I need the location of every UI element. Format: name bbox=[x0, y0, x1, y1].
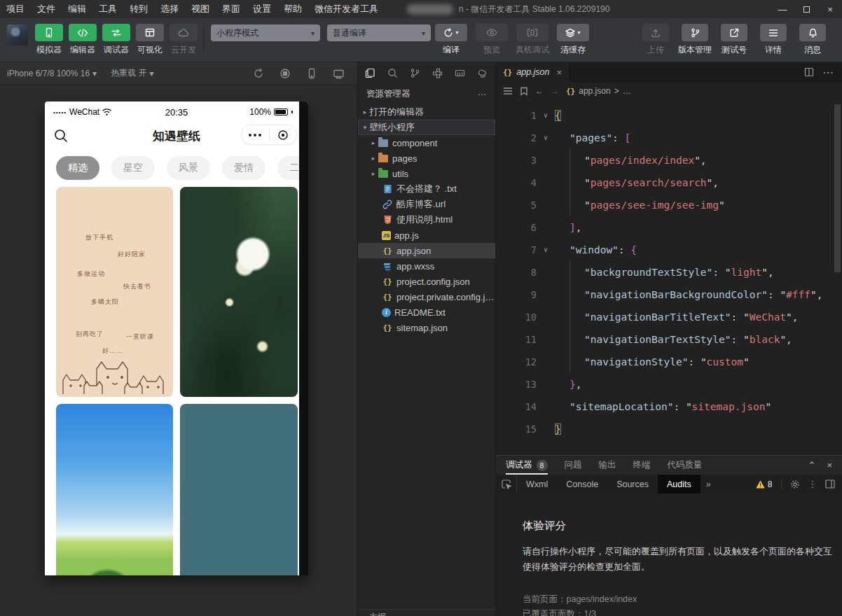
devtools-tab-Audits[interactable]: Audits bbox=[658, 475, 700, 493]
devtools-tab-Wxml[interactable]: Wxml bbox=[517, 475, 557, 493]
menu-item-2[interactable]: 文件 bbox=[31, 0, 62, 18]
inspect-element-icon[interactable] bbox=[496, 475, 517, 493]
category-tab-星空[interactable]: 星空 bbox=[111, 156, 155, 180]
action-bell-button[interactable]: 消息 bbox=[793, 24, 832, 56]
menu-item-5[interactable]: 转到 bbox=[123, 0, 154, 18]
devtools-tab-Console[interactable]: Console bbox=[557, 475, 607, 493]
npm-icon[interactable] bbox=[455, 68, 465, 78]
devtools-tab-Sources[interactable]: Sources bbox=[607, 475, 658, 493]
code-line-13[interactable]: 13}, bbox=[496, 373, 842, 396]
files-icon[interactable] bbox=[365, 68, 375, 78]
nav-forward-icon[interactable]: → bbox=[551, 86, 559, 96]
search-icon[interactable] bbox=[387, 68, 398, 78]
outline-section[interactable]: ▸ 大纲 bbox=[358, 609, 495, 616]
kebab-menu-icon[interactable]: ⋮ bbox=[808, 479, 817, 489]
user-avatar[interactable] bbox=[7, 24, 28, 46]
breadcrumb[interactable]: {} app.json > … bbox=[566, 86, 631, 96]
tree-item-projectprivateconfigjs[interactable]: {}project.private.config.js... bbox=[358, 289, 495, 304]
action-details-list-button[interactable]: 详情 bbox=[754, 24, 793, 56]
menu-item-7[interactable]: 视图 bbox=[185, 0, 216, 18]
menu-item-3[interactable]: 编辑 bbox=[62, 0, 92, 18]
action-git-branch-button[interactable]: 版本管理 bbox=[675, 24, 715, 56]
list-icon[interactable] bbox=[503, 87, 513, 95]
wallpaper-thumbnail-1[interactable]: 放下手机好好陪家多做运动快去看书多晒太阳别再吃了一直听课好…… bbox=[56, 187, 173, 397]
code-line-4[interactable]: 4"pages/search/search", bbox=[496, 172, 842, 194]
code-line-5[interactable]: 5"pages/see-img/see-img" bbox=[496, 194, 842, 216]
phone-simulator[interactable]: ••••• WeChat 20:35 100% 知遇壁纸 bbox=[45, 102, 308, 575]
editor-tab-appjson[interactable]: {} app.json × bbox=[496, 62, 570, 82]
record-icon[interactable] bbox=[279, 68, 291, 79]
category-tab-精选[interactable]: 精选 bbox=[56, 156, 99, 180]
debugger-tab-代码质量[interactable]: 代码质量 bbox=[668, 456, 703, 475]
menu-item-10[interactable]: 帮助 bbox=[277, 0, 308, 18]
tree-item-1[interactable]: ▾壁纸小程序 bbox=[358, 120, 495, 135]
tree-item-0[interactable]: ▸打开的编辑器 bbox=[358, 104, 495, 120]
tree-item-component[interactable]: ▸component bbox=[358, 135, 495, 150]
tree-item-pages[interactable]: ▸pages bbox=[358, 150, 495, 166]
warning-counter[interactable]: 8 bbox=[756, 479, 782, 489]
code-line-6[interactable]: 6], bbox=[496, 216, 842, 239]
fold-chevron-icon[interactable]: ∨ bbox=[537, 239, 555, 261]
bookmark-icon[interactable] bbox=[520, 87, 528, 96]
tree-item-appjson[interactable]: {}app.json bbox=[358, 243, 495, 258]
action-external-link-button[interactable]: 测试号 bbox=[715, 24, 754, 56]
code-line-2[interactable]: 2∨"pages": [ bbox=[496, 127, 842, 149]
code-line-14[interactable]: 14"sitemapLocation": "sitemap.json" bbox=[496, 396, 842, 418]
code-line-9[interactable]: 9"navigationBarBackgroundColor": "#fff", bbox=[496, 284, 842, 306]
wallpaper-thumbnail-4[interactable] bbox=[180, 404, 298, 575]
action-layers-button[interactable]: ▾清缓存 bbox=[553, 24, 593, 56]
menu-item-9[interactable]: 设置 bbox=[247, 0, 277, 18]
action-refresh-button[interactable]: ▾编译 bbox=[431, 24, 471, 56]
code-line-8[interactable]: 8"backgroundTextStyle": "light", bbox=[496, 261, 842, 284]
editor-scrollbar[interactable] bbox=[834, 104, 841, 272]
debugger-tab-调试器[interactable]: 调试器8 bbox=[506, 456, 548, 475]
tree-item-html[interactable]: 使用说明.html bbox=[358, 212, 495, 227]
tree-item-projectconfigjson[interactable]: {}project.config.json bbox=[358, 274, 495, 289]
dock-side-icon[interactable] bbox=[825, 479, 835, 489]
tree-item-url[interactable]: 酷库博客.url bbox=[358, 197, 495, 212]
debugger-tab-终端[interactable]: 终端 bbox=[633, 456, 651, 475]
code-line-7[interactable]: 7∨"window": { bbox=[496, 239, 842, 261]
device-selector[interactable]: iPhone 6/7/8 100% 16 ▾ bbox=[0, 62, 104, 85]
wallpaper-thumbnail-3[interactable] bbox=[56, 404, 173, 575]
close-button[interactable]: × bbox=[818, 0, 842, 18]
split-editor-icon[interactable] bbox=[804, 67, 814, 77]
tree-item-appwxss[interactable]: app.wxss bbox=[358, 258, 495, 274]
editor-more-icon[interactable]: ⋯ bbox=[822, 66, 834, 79]
tool-debug-arrows-button[interactable]: 调试器 bbox=[99, 24, 133, 56]
compile-mode-dropdown[interactable]: 普通编译 ▾ bbox=[327, 24, 431, 41]
tool-cloud-button[interactable]: 云开发 bbox=[167, 24, 200, 56]
plugin-icon[interactable] bbox=[477, 68, 488, 78]
close-panel-icon[interactable]: × bbox=[827, 460, 832, 470]
menu-item-8[interactable]: 界面 bbox=[216, 0, 247, 18]
debugger-tab-输出[interactable]: 输出 bbox=[599, 456, 616, 475]
tree-item-READMEtxt[interactable]: iREADME.txt bbox=[358, 304, 495, 320]
tool-code-button[interactable]: 编辑器 bbox=[66, 24, 99, 56]
close-tab-icon[interactable]: × bbox=[557, 67, 563, 78]
fold-chevron-icon[interactable]: ∨ bbox=[537, 104, 555, 127]
code-line-10[interactable]: 10"navigationBarTitleText": "WeChat", bbox=[496, 306, 842, 328]
category-tab-爱情[interactable]: 爱情 bbox=[222, 156, 265, 180]
tree-item-appjs[interactable]: JSapp.js bbox=[358, 227, 495, 243]
explorer-more-button[interactable]: ⋯ bbox=[478, 89, 488, 99]
minimize-button[interactable]: — bbox=[771, 0, 794, 18]
mode-dropdown[interactable]: 小程序模式 ▾ bbox=[211, 24, 320, 41]
tree-item-txt[interactable]: 不会搭建？ .txt bbox=[358, 181, 495, 197]
extensions-icon[interactable] bbox=[432, 68, 443, 78]
exit-miniapp-button[interactable] bbox=[270, 130, 297, 141]
code-area[interactable]: 1∨{2∨"pages": [3"pages/index/index",4"pa… bbox=[496, 102, 842, 455]
code-line-15[interactable]: 15} bbox=[496, 418, 842, 440]
maximize-button[interactable] bbox=[794, 0, 818, 18]
menu-item-1[interactable]: 项目 bbox=[0, 0, 31, 18]
more-tabs-icon[interactable]: » bbox=[700, 479, 717, 489]
menu-item-6[interactable]: 选择 bbox=[154, 0, 185, 18]
search-icon[interactable] bbox=[53, 128, 69, 144]
tree-item-utils[interactable]: ▸utils bbox=[358, 166, 495, 181]
code-line-1[interactable]: 1∨{ bbox=[496, 104, 842, 127]
gear-icon[interactable] bbox=[790, 479, 800, 489]
menu-item-4[interactable]: 工具 bbox=[92, 0, 123, 18]
more-menu-button[interactable] bbox=[242, 134, 269, 136]
nav-back-icon[interactable]: ← bbox=[535, 86, 544, 96]
code-line-3[interactable]: 3"pages/index/index", bbox=[496, 149, 842, 172]
menu-item-11[interactable]: 微信开发者工具 bbox=[308, 0, 385, 18]
